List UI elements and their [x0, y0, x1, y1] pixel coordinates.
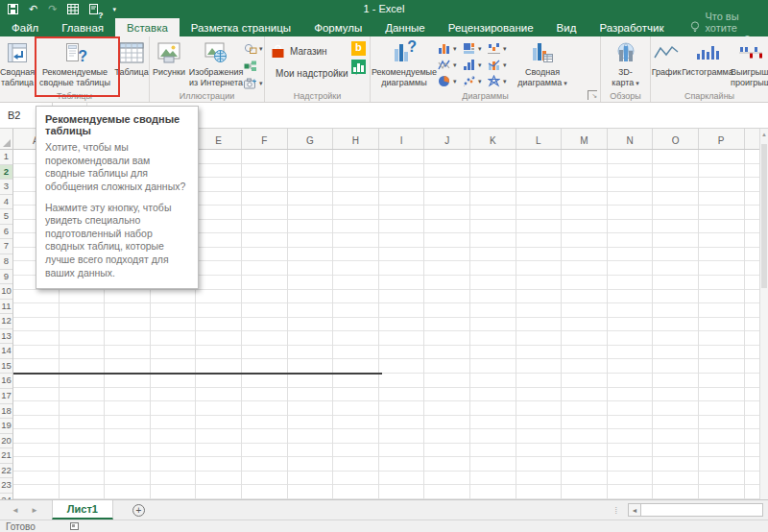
people-graph-icon[interactable] — [351, 60, 366, 74]
row-header[interactable]: 1 — [0, 150, 12, 165]
scroll-left-icon[interactable]: ◄ — [628, 503, 641, 517]
screentip-paragraph: Хотите, чтобы мы порекомендовали вам сво… — [45, 141, 189, 194]
sparkline-line-button[interactable]: График — [651, 37, 682, 93]
bing-maps-icon[interactable]: b — [351, 41, 366, 56]
ribbon-tab[interactable]: Формулы — [302, 18, 373, 36]
map-3d-button[interactable]: 3D- карта▾ — [605, 37, 647, 93]
excel-window: ↶ ↷ ? ▾ 1 - Excel ФайлГлавнаяВставкаРазм… — [0, 0, 768, 532]
group-label-sparklines: Спарклайны — [651, 91, 768, 101]
column-header[interactable]: N — [608, 129, 654, 149]
insert-pie-chart-button[interactable]: ▾ — [438, 73, 463, 89]
insert-column-chart-button[interactable]: ▾ — [438, 40, 463, 57]
pictures-button[interactable]: Рисунки — [150, 37, 188, 93]
row-header[interactable]: 21 — [0, 448, 12, 464]
ribbon-tab[interactable]: Рецензирование — [437, 18, 545, 36]
horizontal-scroll-track[interactable] — [641, 503, 763, 517]
pivot-chart-label: Сводная диаграмма▾ — [517, 67, 566, 88]
column-header[interactable]: Q — [745, 129, 760, 149]
row-header[interactable]: 19 — [0, 419, 12, 434]
row-header[interactable]: 8 — [0, 254, 12, 270]
sheet-tab-active[interactable]: Лист1 — [52, 500, 113, 520]
ribbon-tab[interactable]: Разметка страницы — [180, 18, 302, 36]
row-header[interactable]: 17 — [0, 389, 12, 404]
tell-me-search[interactable]: Что вы хотите сделать? — [690, 18, 768, 36]
row-header[interactable]: 11 — [0, 300, 12, 315]
column-header[interactable]: P — [699, 129, 745, 149]
row-header[interactable]: 23 — [0, 478, 12, 494]
tab-splitter-grip[interactable]: ⁞ — [614, 500, 616, 520]
row-header[interactable]: 9 — [0, 270, 12, 285]
smartart-button[interactable] — [244, 59, 263, 74]
statistic-chart-icon — [463, 59, 475, 71]
sparkline-winloss-button[interactable]: Выигрыш/ проигрыш — [733, 37, 768, 93]
sparkline-line-icon — [654, 40, 679, 65]
column-header[interactable]: J — [424, 129, 470, 149]
chart-type-buttons: ▾ ▾ ▾ ▾ ▾ — [438, 37, 513, 89]
insert-hierarchy-chart-button[interactable]: ▾ — [463, 40, 488, 57]
row-header[interactable]: 13 — [0, 329, 12, 345]
ribbon-tab[interactable]: Разработчик — [588, 18, 675, 36]
row-header[interactable]: 15 — [0, 359, 12, 375]
prev-sheet-icon[interactable]: ◄ — [12, 506, 19, 515]
column-header[interactable]: K — [470, 129, 516, 149]
insert-combo-chart-button[interactable]: ▾ — [488, 57, 513, 73]
recommended-charts-button[interactable]: ? Рекомендуемые диаграммы — [371, 37, 438, 93]
my-addins-label: Мои надстройки — [276, 68, 348, 79]
row-header[interactable]: 14 — [0, 344, 12, 359]
sparkline-column-button[interactable]: Гистограмма — [682, 37, 733, 93]
my-addins-button[interactable]: Мои надстройки ▾ — [271, 63, 348, 83]
screenshot-button[interactable]: ▾ — [244, 76, 263, 91]
column-header[interactable]: G — [288, 129, 334, 149]
ribbon-tab[interactable]: Вид — [545, 18, 588, 36]
ribbon-tab[interactable]: Вставка — [115, 18, 180, 36]
ribbon-group-illustrations: Рисунки Изображения из Интернета ▾ — [150, 36, 265, 102]
insert-radar-chart-button[interactable]: ▾ — [488, 73, 513, 89]
ribbon-tab[interactable]: Данные — [373, 18, 437, 36]
pictures-icon — [157, 40, 180, 65]
row-header[interactable]: 3 — [0, 180, 12, 195]
row-header[interactable]: 20 — [0, 434, 12, 449]
next-sheet-icon[interactable]: ► — [31, 506, 38, 515]
insert-statistic-chart-button[interactable]: ▾ — [463, 57, 488, 73]
horizontal-scrollbar[interactable]: ◄ — [628, 503, 763, 517]
row-header[interactable]: 5 — [0, 209, 12, 225]
column-header[interactable]: F — [242, 129, 288, 149]
macro-record-icon[interactable] — [70, 522, 79, 530]
group-label-illustrations: Иллюстрации — [150, 91, 264, 101]
column-chart-icon — [438, 42, 450, 55]
pivot-chart-button[interactable]: Сводная диаграмма▾ — [513, 37, 572, 93]
insert-scatter-chart-button[interactable]: ▾ — [463, 73, 488, 89]
sheet-tab-bar: ◄ ► Лист1 + ⁞ ◄ — [0, 499, 768, 520]
store-button[interactable]: Магазин — [271, 41, 348, 60]
row-header[interactable]: 18 — [0, 404, 12, 420]
shapes-button[interactable]: ▾ — [244, 41, 263, 57]
row-header[interactable]: 7 — [0, 239, 12, 254]
column-header[interactable]: L — [516, 129, 563, 149]
scroll-up-icon[interactable]: ▲ — [760, 129, 768, 137]
online-pictures-button[interactable]: Изображения из Интернета — [188, 37, 244, 93]
row-header[interactable]: 12 — [0, 314, 12, 329]
charts-dialog-launcher-icon[interactable]: ↘ — [588, 90, 597, 100]
row-header[interactable]: 2 — [0, 165, 12, 181]
screentip-paragraph: Нажмите эту кнопку, чтобы увидеть специа… — [45, 202, 189, 280]
row-header[interactable]: 16 — [0, 374, 12, 389]
row-header[interactable]: 4 — [0, 195, 12, 210]
row-header[interactable]: 10 — [0, 284, 12, 300]
table-button[interactable]: Таблица — [115, 37, 148, 93]
pivot-table-button[interactable]: Сводная таблица — [0, 37, 35, 93]
select-all-button[interactable] — [0, 129, 13, 150]
column-header[interactable]: I — [379, 129, 425, 149]
column-header[interactable]: M — [562, 129, 608, 149]
ribbon-tab[interactable]: Файл — [0, 18, 50, 36]
insert-line-chart-button[interactable]: ▾ — [438, 57, 463, 73]
vertical-scroll-thumb[interactable] — [761, 144, 767, 288]
new-sheet-button[interactable]: + — [132, 504, 145, 517]
row-header[interactable]: 6 — [0, 225, 12, 240]
column-header[interactable]: O — [653, 129, 699, 149]
ribbon-tab[interactable]: Главная — [50, 18, 115, 36]
insert-waterfall-chart-button[interactable]: ▾ — [488, 40, 513, 57]
row-header[interactable]: 22 — [0, 464, 12, 479]
vertical-scrollbar[interactable]: ▲ — [759, 129, 768, 499]
column-header[interactable]: H — [333, 129, 379, 149]
column-header[interactable]: E — [196, 129, 242, 149]
